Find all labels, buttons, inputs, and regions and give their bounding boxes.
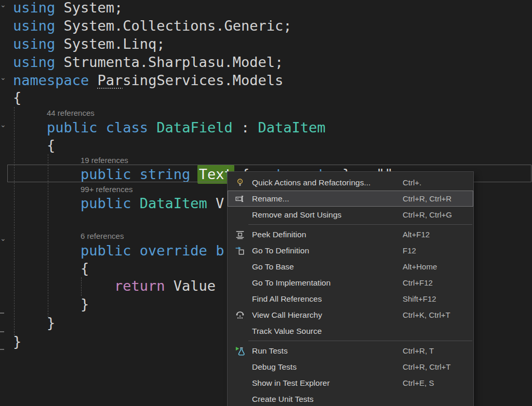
fold-end-tick (0, 313, 4, 314)
menu-item-label: Run Tests (252, 346, 403, 356)
code-token: using (13, 0, 55, 16)
code-token: Value (165, 278, 216, 294)
go-to-definition-icon (235, 246, 245, 255)
code-token: } (81, 296, 89, 312)
code-line[interactable]: return Value (0, 277, 216, 295)
code-token: return (114, 278, 165, 294)
menu-item-shortcut: Alt+Home (403, 262, 473, 271)
code-line[interactable]: { (0, 260, 89, 277)
code-token: { (47, 137, 55, 153)
menu-item-label: Track Value Source (252, 327, 403, 336)
code-line[interactable]: public class DataField : DataItem (0, 119, 326, 137)
fold-chevron-icon[interactable]: ⌄ (0, 74, 7, 81)
code-token: } (13, 333, 21, 349)
menu-item-remove-and-sort-usings[interactable]: Remove and Sort UsingsCtrl+R, Ctrl+G (228, 207, 473, 223)
menu-item-shortcut: Ctrl+K, Ctrl+T (403, 310, 473, 319)
code-line[interactable]: public override b (0, 242, 224, 260)
code-token: System; (55, 0, 123, 16)
rename-icon (235, 194, 245, 204)
codelens-references-link[interactable]: 6 references (0, 232, 124, 241)
menu-item-label: Debug Tests (252, 362, 403, 372)
menu-item-shortcut: Ctrl+R, Ctrl+G (403, 210, 473, 219)
menu-item-shortcut: Alt+F12 (403, 230, 473, 239)
code-token: System.Collections.Generic; (55, 18, 291, 34)
lightbulb-icon-cell (228, 178, 252, 187)
code-token: : (233, 119, 258, 136)
menu-item-shortcut: Ctrl+. (403, 178, 473, 187)
menu-item-shortcut: Ctrl+E, S (403, 378, 473, 387)
menu-item-go-to-base[interactable]: Go To BaseAlt+Home (228, 259, 473, 275)
menu-item-label: Peek Definition (252, 230, 403, 239)
code-line[interactable]: public DataItem V (0, 195, 224, 212)
code-line[interactable]: namespace ParsingServices.Models (0, 72, 283, 89)
code-line[interactable]: using System.Linq; (0, 35, 165, 53)
menu-item-debug-tests[interactable]: Debug TestsCtrl+R, Ctrl+T (228, 359, 473, 375)
menu-item-go-to-definition[interactable]: Go To DefinitionF12 (228, 242, 473, 259)
code-token: public (81, 242, 131, 259)
code-editor-window: using System;using System.Collections.Ge… (0, 0, 532, 406)
menu-item-go-to-implementation[interactable]: Go To ImplementationCtrl+F12 (228, 275, 473, 291)
peek-definition-icon-cell (228, 230, 252, 239)
fold-chevron-icon[interactable]: ⌄ (0, 235, 7, 242)
menu-item-label: Show in Test Explorer (252, 378, 403, 388)
code-line[interactable]: } (0, 333, 21, 350)
codelens-references-link[interactable]: 99+ references (0, 185, 132, 194)
code-line[interactable]: using System.Collections.Generic; (0, 17, 291, 35)
menu-item-rename[interactable]: Rename...Ctrl+R, Ctrl+R (228, 191, 473, 207)
code-token (98, 119, 106, 136)
menu-item-view-call-hierarchy[interactable]: View Call HierarchyCtrl+K, Ctrl+T (228, 307, 473, 323)
code-line[interactable]: { (0, 137, 55, 154)
fold-chevron-icon[interactable]: ⌄ (0, 1, 7, 8)
code-token: DataField (156, 119, 232, 136)
code-token: Strumenta.Sharplasu.Model; (55, 54, 283, 70)
menu-item-peek-definition[interactable]: Peek DefinitionAlt+F12 (228, 226, 473, 242)
code-token: { (13, 89, 21, 105)
code-line[interactable]: using System; (0, 0, 123, 17)
menu-item-shortcut: Ctrl+R, Ctrl+T (403, 362, 473, 371)
code-line[interactable]: } (0, 295, 89, 313)
code-token: public (47, 119, 98, 136)
code-token (131, 195, 140, 211)
menu-item-shortcut: Ctrl+R, Ctrl+R (403, 194, 473, 203)
peek-definition-icon (235, 230, 245, 239)
code-token: using (13, 36, 55, 52)
code-line[interactable]: } (0, 314, 55, 332)
menu-item-track-value-source[interactable]: Track Value Source (228, 323, 473, 339)
fold-chevron-icon[interactable]: ⌄ (0, 121, 7, 128)
menu-item-shortcut: Shift+F12 (403, 294, 473, 303)
code-token: using (13, 54, 55, 70)
menu-separator (248, 224, 472, 225)
menu-item-find-all-references[interactable]: Find All ReferencesShift+F12 (228, 291, 473, 307)
indent-guide (14, 107, 15, 335)
menu-item-label: Go To Base (252, 262, 403, 272)
code-token: namespace (13, 72, 89, 88)
code-token (207, 242, 216, 259)
menu-separator (248, 341, 472, 341)
code-line[interactable]: using Strumenta.Sharplasu.Model; (0, 53, 283, 71)
menu-item-run-tests[interactable]: Run TestsCtrl+R, T (228, 343, 473, 359)
code-token: singServices.Models (123, 72, 283, 88)
menu-item-quick-actions-and-refactorings[interactable]: Quick Actions and Refactorings...Ctrl+. (228, 174, 473, 191)
menu-item-create-unit-tests[interactable]: Create Unit Tests (228, 391, 473, 406)
run-tests-icon-cell (228, 346, 252, 356)
indent-guide (81, 277, 82, 296)
code-token: { (81, 260, 89, 276)
menu-item-label: Create Unit Tests (252, 395, 403, 404)
menu-item-show-in-test-explorer[interactable]: Show in Test ExplorerCtrl+E, S (228, 375, 473, 391)
code-token: public (81, 195, 131, 211)
code-line[interactable]: { (0, 89, 21, 106)
menu-item-label: Go To Definition (252, 246, 403, 255)
fold-end-tick (0, 349, 4, 350)
menu-item-label: Rename... (252, 194, 403, 204)
menu-item-label: Quick Actions and Refactorings... (252, 178, 403, 187)
code-token: class (106, 119, 148, 136)
code-token (131, 242, 140, 259)
codelens-references-link[interactable]: 19 references (0, 156, 128, 165)
menu-item-shortcut: Ctrl+R, T (403, 346, 473, 355)
call-hierarchy-icon (235, 310, 245, 320)
go-to-definition-icon-cell (228, 246, 252, 255)
context-menu: Quick Actions and Refactorings...Ctrl+. … (227, 171, 474, 406)
code-token: b (216, 242, 224, 259)
call-hierarchy-icon-cell (228, 310, 252, 320)
code-token: DataItem (140, 195, 207, 211)
